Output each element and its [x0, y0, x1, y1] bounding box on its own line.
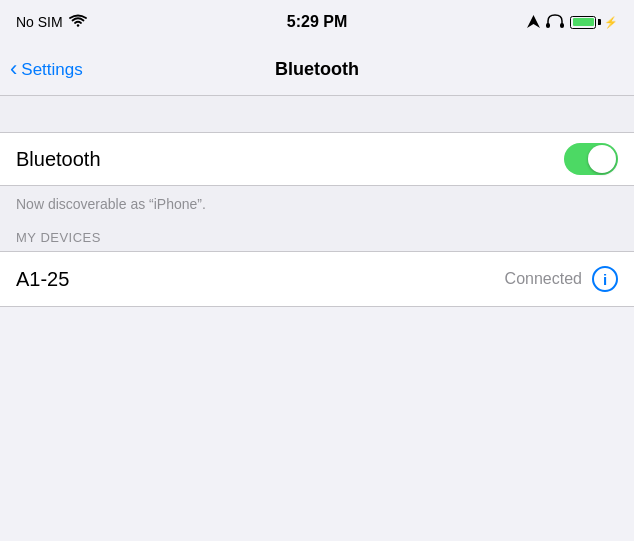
no-sim-label: No SIM [16, 14, 63, 30]
back-chevron-icon: ‹ [10, 58, 17, 80]
svg-marker-0 [527, 15, 540, 28]
table-row: A1-25 Connected i [0, 252, 634, 306]
my-devices-header: MY DEVICES [0, 222, 634, 251]
bluetooth-label: Bluetooth [16, 148, 101, 171]
connected-status: Connected [505, 270, 582, 288]
status-left: No SIM [16, 14, 136, 31]
discoverable-text: Now discoverable as “iPhone”. [0, 186, 634, 222]
top-gap [0, 96, 634, 132]
headphones-icon [545, 14, 565, 31]
wifi-icon [69, 14, 87, 31]
info-icon: i [603, 271, 607, 288]
location-icon [527, 14, 540, 31]
nav-bar: ‹ Settings Bluetooth [0, 44, 634, 96]
back-label: Settings [21, 60, 82, 80]
status-right: ⚡ [498, 14, 618, 31]
page-title: Bluetooth [275, 59, 359, 80]
back-button[interactable]: ‹ Settings [10, 60, 83, 80]
device-name: A1-25 [16, 268, 69, 291]
toggle-thumb [588, 145, 616, 173]
device-right: Connected i [505, 266, 618, 292]
svg-rect-2 [560, 23, 564, 28]
info-button[interactable]: i [592, 266, 618, 292]
battery-indicator: ⚡ [570, 16, 618, 29]
bluetooth-row: Bluetooth [0, 133, 634, 185]
devices-section: A1-25 Connected i [0, 251, 634, 307]
status-time: 5:29 PM [287, 13, 347, 31]
bluetooth-section: Bluetooth [0, 132, 634, 186]
svg-rect-1 [546, 23, 550, 28]
status-bar: No SIM 5:29 PM [0, 0, 634, 44]
bluetooth-toggle[interactable] [564, 143, 618, 175]
